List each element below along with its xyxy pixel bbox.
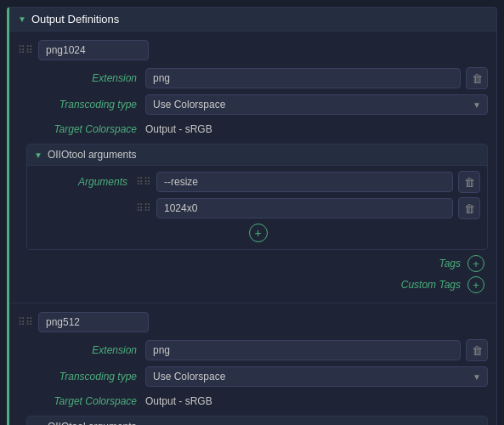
target-cs-label-1: Target Colorspace	[18, 123, 145, 135]
extension-delete-1[interactable]: 🗑	[466, 67, 488, 89]
target-cs-row-1: Target Colorspace Output - sRGB	[18, 120, 488, 139]
transcoding-select-1[interactable]: Use Colorspace	[145, 94, 488, 115]
add-tag-btn-1[interactable]: +	[467, 255, 484, 272]
sub-panel-content-1: Arguments ⠿⠿ 🗑 ⠿⠿ 🗑 +	[27, 166, 487, 249]
transcoding-label-1: Transcoding type	[18, 99, 145, 110]
target-cs-value-2: Output - sRGB	[145, 392, 488, 411]
arg-delete-1-0[interactable]: 🗑	[458, 171, 480, 193]
sub-panel-label-1: OIIOtool arguments	[48, 149, 137, 161]
transcoding-select-2[interactable]: Use Colorspace	[145, 366, 488, 387]
panel-chevron-icon: ▼	[18, 14, 26, 24]
transcoding-row-2: Transcoding type Use Colorspace ▼	[18, 366, 488, 387]
args-row-1-0: Arguments ⠿⠿ 🗑	[34, 171, 480, 193]
transcoding-select-wrapper-1: Use Colorspace ▼	[145, 94, 488, 115]
arg-input-1-1[interactable]	[156, 198, 453, 218]
add-custom-tag-btn-1[interactable]: +	[467, 276, 484, 293]
args-label-1: Arguments	[34, 176, 136, 188]
transcoding-select-wrapper-2: Use Colorspace ▼	[145, 366, 488, 387]
name-input-2[interactable]	[38, 312, 149, 332]
drag-handle-2[interactable]: ⠿⠿	[18, 316, 33, 328]
args-add-row-1: +	[34, 224, 480, 242]
target-cs-label-2: Target Colorspace	[18, 395, 145, 407]
arg-drag-1-1[interactable]: ⠿⠿	[136, 202, 151, 214]
panel-title: Output Definitions	[31, 13, 119, 26]
arg-input-1-0[interactable]	[156, 172, 453, 192]
name-row-2: ⠿⠿	[18, 312, 488, 332]
extension-row-1: Extension 🗑	[18, 67, 488, 89]
name-row-1: ⠿⠿	[18, 40, 488, 60]
target-cs-row-2: Target Colorspace Output - sRGB	[18, 392, 488, 411]
output-item-2: ⠿⠿ Extension 🗑 Transcoding type Use Colo…	[9, 303, 496, 425]
oiio-sub-panel-1: ▼ OIIOtool arguments Arguments ⠿⠿ 🗑 ⠿⠿	[26, 144, 488, 250]
oiio-sub-panel-2: ▼ OIIOtool arguments Arguments ⠿⠿ 🗑 ⠿⠿	[26, 416, 488, 425]
transcoding-row-1: Transcoding type Use Colorspace ▼	[18, 94, 488, 115]
custom-tags-row-1: Custom Tags +	[18, 276, 488, 293]
transcoding-label-2: Transcoding type	[18, 371, 145, 382]
sub-panel-chevron-2: ▼	[34, 422, 42, 426]
drag-handle-1[interactable]: ⠿⠿	[18, 44, 33, 56]
name-input-1[interactable]	[38, 40, 149, 60]
args-row-1-1: ⠿⠿ 🗑	[34, 197, 480, 219]
extension-input-1[interactable]	[145, 68, 461, 88]
tags-row-1: Tags +	[18, 255, 488, 272]
panel-content: ⠿⠿ Extension 🗑 Transcoding type Use Colo…	[9, 31, 496, 425]
output-definitions-panel: ▼ Output Definitions ⠿⠿ Extension 🗑 Tran…	[7, 7, 497, 425]
panel-header[interactable]: ▼ Output Definitions	[9, 8, 496, 31]
oiio-sub-panel-header-1[interactable]: ▼ OIIOtool arguments	[27, 144, 487, 166]
sub-panel-label-2: OIIOtool arguments	[48, 421, 137, 425]
arg-delete-1-1[interactable]: 🗑	[458, 197, 480, 219]
extension-label-1: Extension	[18, 72, 145, 84]
custom-tags-label-1: Custom Tags	[401, 279, 461, 291]
extension-label-2: Extension	[18, 344, 145, 356]
extension-delete-2[interactable]: 🗑	[466, 339, 488, 361]
add-arg-btn-1[interactable]: +	[249, 224, 268, 242]
sub-panel-chevron-1: ▼	[34, 150, 42, 160]
oiio-sub-panel-header-2[interactable]: ▼ OIIOtool arguments	[27, 416, 487, 425]
extension-input-2[interactable]	[145, 340, 461, 360]
target-cs-value-1: Output - sRGB	[145, 120, 488, 139]
tags-label-1: Tags	[439, 258, 461, 269]
arg-drag-1-0[interactable]: ⠿⠿	[136, 176, 151, 188]
extension-row-2: Extension 🗑	[18, 339, 488, 361]
output-item-1: ⠿⠿ Extension 🗑 Transcoding type Use Colo…	[9, 31, 496, 303]
